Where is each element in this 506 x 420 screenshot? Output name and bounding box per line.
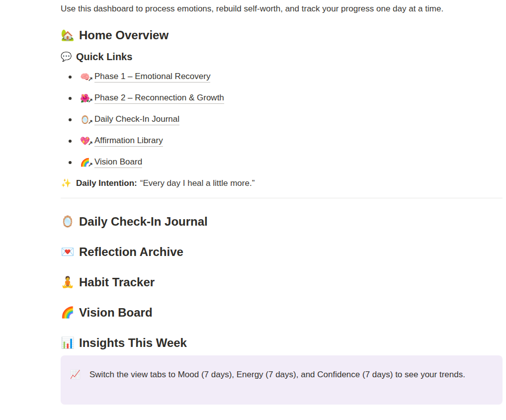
love-letter-icon: 💌 xyxy=(61,244,75,260)
intro-paragraph: Use this dashboard to process emotions, … xyxy=(61,0,489,16)
bullet-icon xyxy=(69,140,72,143)
heading-quick-links-label: Quick Links xyxy=(76,50,132,64)
insights-callout: 📈 Switch the view tabs to Mood (7 days),… xyxy=(61,355,503,405)
heading-label: Vision Board xyxy=(79,305,153,321)
insights-callout-text: Switch the view tabs to Mood (7 days), E… xyxy=(89,367,465,382)
heading-home-overview: 🏡 Home Overview xyxy=(61,27,503,43)
sparkles-icon: ✨ xyxy=(61,176,72,190)
chart-increasing-icon: 📈 xyxy=(70,367,81,382)
list-item: 🌺↗ Phase 2 – Reconnection & Growth xyxy=(61,91,503,106)
heading-vision-board: 🌈 Vision Board xyxy=(61,305,503,321)
lotus-person-icon: 🧘 xyxy=(61,274,75,290)
house-icon: 🏡 xyxy=(61,27,75,43)
bar-chart-icon: 📊 xyxy=(61,335,75,351)
quick-links-list: 🧠↗ Phase 1 – Emotional Recovery 🌺↗ Phase… xyxy=(61,70,503,170)
page-link-arrow-icon: ↗ xyxy=(88,160,93,169)
heading-reflection-archive: 💌 Reflection Archive xyxy=(61,244,503,260)
list-item: 💖↗ Affirmation Library xyxy=(61,134,503,149)
divider xyxy=(61,198,503,198)
heading-home-overview-label: Home Overview xyxy=(79,27,169,43)
link-affirmation-library[interactable]: Affirmation Library xyxy=(94,136,163,147)
page-link-arrow-icon: ↗ xyxy=(88,95,93,105)
rainbow-icon: 🌈↗ xyxy=(80,158,90,168)
mirror-icon: 🪞↗ xyxy=(80,115,90,125)
link-vision-board[interactable]: Vision Board xyxy=(94,157,142,168)
daily-intention-quote: “Every day I heal a little more.” xyxy=(140,176,255,190)
page-link-arrow-icon: ↗ xyxy=(88,138,93,148)
heading-daily-check-in-journal: 🪞 Daily Check-In Journal xyxy=(61,214,503,230)
daily-intention-label: Daily Intention: xyxy=(76,176,137,190)
bullet-icon xyxy=(69,76,72,79)
bullet-icon xyxy=(69,161,72,164)
link-phase-2[interactable]: Phase 2 – Reconnection & Growth xyxy=(94,93,224,104)
list-item: 🪞↗ Daily Check-In Journal xyxy=(61,112,503,127)
rainbow-icon: 🌈 xyxy=(61,305,75,321)
page-link-arrow-icon: ↗ xyxy=(88,117,93,127)
mirror-icon: 🪞 xyxy=(61,214,75,230)
hibiscus-icon: 🌺↗ xyxy=(80,93,90,103)
heading-insights-this-week: 📊 Insights This Week xyxy=(61,335,503,351)
sparkling-heart-icon: 💖↗ xyxy=(80,136,90,146)
page-link-arrow-icon: ↗ xyxy=(88,74,93,84)
list-item: 🌈↗ Vision Board xyxy=(61,155,503,170)
brain-icon: 🧠↗ xyxy=(80,72,90,82)
heading-label: Daily Check-In Journal xyxy=(79,214,208,230)
bullet-icon xyxy=(69,97,72,100)
link-phase-1[interactable]: Phase 1 – Emotional Recovery xyxy=(94,72,210,83)
heading-quick-links: 💬 Quick Links xyxy=(61,50,503,64)
heading-label: Reflection Archive xyxy=(79,244,183,260)
link-daily-check-in-journal[interactable]: Daily Check-In Journal xyxy=(94,114,179,125)
heading-label: Habit Tracker xyxy=(79,274,155,290)
daily-intention: ✨ Daily Intention: “Every day I heal a l… xyxy=(61,176,503,190)
heading-label: Insights This Week xyxy=(79,335,187,351)
list-item: 🧠↗ Phase 1 – Emotional Recovery xyxy=(61,70,503,84)
page-content: Use this dashboard to process emotions, … xyxy=(61,0,503,405)
bullet-icon xyxy=(69,118,72,121)
heading-habit-tracker: 🧘 Habit Tracker xyxy=(61,274,503,290)
speech-balloon-icon: 💬 xyxy=(61,50,72,64)
